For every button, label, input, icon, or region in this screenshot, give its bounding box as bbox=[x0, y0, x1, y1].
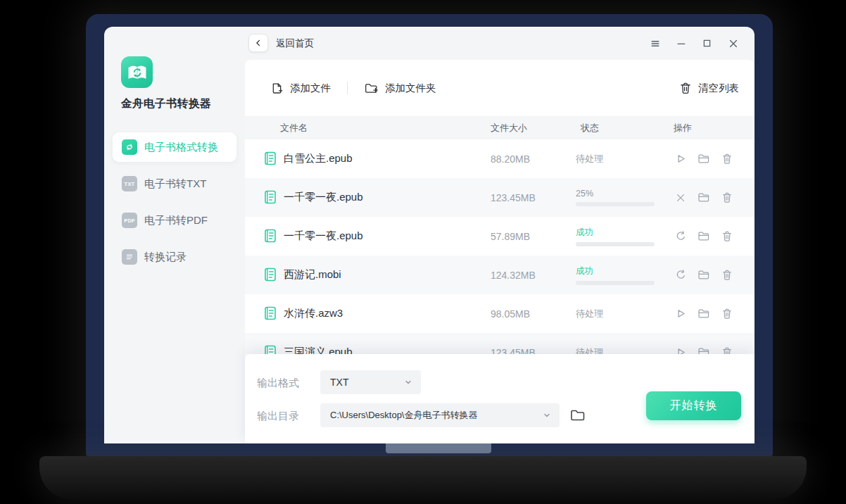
start-convert-button[interactable]: 开始转换 bbox=[646, 391, 741, 420]
folder-icon[interactable] bbox=[697, 269, 710, 282]
window-controls bbox=[649, 27, 739, 60]
status-pending-text: 待处理 bbox=[576, 308, 655, 320]
file-status: 25% bbox=[576, 178, 655, 217]
sidebar-item-ebook-to-pdf[interactable]: PDF 电子书转PDF bbox=[113, 206, 236, 235]
table-row: 白雪公主.epub 88.20MB 待处理 bbox=[245, 139, 755, 178]
app-logo bbox=[121, 56, 153, 88]
trash-icon[interactable] bbox=[721, 153, 733, 165]
file-status: 待处理 bbox=[576, 294, 655, 333]
output-format-value: TXT bbox=[330, 377, 404, 388]
table-row: 西游记.mobi 124.32MB 成功 bbox=[245, 256, 755, 294]
clear-list-label: 清空列表 bbox=[698, 82, 739, 95]
maximize-icon[interactable] bbox=[701, 37, 713, 49]
sidebar-item-ebook-format-convert[interactable]: 电子书格式转换 bbox=[113, 132, 236, 162]
back-button[interactable] bbox=[248, 34, 268, 52]
table-row: 三国演义.epub 123.45MB 待处理 bbox=[245, 333, 755, 354]
add-file-icon bbox=[270, 82, 284, 95]
file-doc-icon bbox=[263, 151, 277, 166]
file-name: 西游记.mobi bbox=[284, 256, 341, 294]
trash-icon bbox=[679, 82, 692, 95]
file-size: 124.32MB bbox=[491, 256, 536, 294]
output-dir-label: 输出目录 bbox=[257, 410, 299, 423]
file-name: 一千零一夜.epub bbox=[284, 178, 363, 217]
trash-icon[interactable] bbox=[721, 230, 733, 243]
trash-icon[interactable] bbox=[721, 191, 733, 204]
file-name: 白雪公主.epub bbox=[284, 139, 353, 178]
output-format-label: 输出格式 bbox=[257, 377, 299, 390]
output-dir-select[interactable]: C:\Users\Desktop\金舟电子书转换器 bbox=[320, 403, 560, 427]
browse-folder-button[interactable] bbox=[568, 405, 588, 425]
folder-icon[interactable] bbox=[697, 153, 710, 165]
sidebar-item-history[interactable]: 转换记录 bbox=[113, 242, 236, 272]
file-name: 一千零一夜.epub bbox=[284, 217, 363, 256]
progress-bar bbox=[576, 202, 655, 206]
chevron-left-icon bbox=[254, 39, 263, 47]
table-row: 一千零一夜.epub 57.89MB 成功 bbox=[245, 217, 755, 256]
txt-book-icon: TXT bbox=[122, 176, 137, 191]
add-folder-button[interactable]: 添加文件夹 bbox=[364, 82, 436, 95]
folder-icon[interactable] bbox=[697, 191, 710, 204]
progress-bar bbox=[576, 281, 655, 285]
chevron-down-icon bbox=[543, 411, 551, 420]
back-home-label: 返回首页 bbox=[276, 27, 314, 60]
file-status: 待处理 bbox=[576, 139, 655, 178]
cancel-icon[interactable] bbox=[674, 191, 687, 204]
row-actions bbox=[674, 294, 733, 333]
content-card: 添加文件 添加文件夹 bbox=[245, 60, 755, 443]
redo-icon[interactable] bbox=[674, 230, 687, 243]
sidebar-item-label: 电子书转PDF bbox=[144, 214, 208, 227]
output-dir-value: C:\Users\Desktop\金舟电子书转换器 bbox=[330, 409, 543, 422]
status-progress-label: 成功 bbox=[576, 227, 655, 239]
sidebar-item-label: 电子书转TXT bbox=[144, 177, 206, 191]
sidebar-item-label: 转换记录 bbox=[144, 251, 187, 264]
file-size: 98.05MB bbox=[491, 294, 530, 333]
toolbar: 添加文件 添加文件夹 bbox=[245, 60, 755, 116]
sidebar-item-ebook-to-txt[interactable]: TXT 电子书转TXT bbox=[113, 169, 236, 199]
file-doc-icon bbox=[263, 189, 277, 205]
status-pending-text: 待处理 bbox=[576, 346, 655, 355]
file-name: 三国演义.epub bbox=[284, 333, 353, 354]
laptop-base bbox=[39, 456, 807, 500]
menu-icon[interactable] bbox=[649, 37, 661, 49]
close-icon[interactable] bbox=[727, 37, 739, 49]
row-actions bbox=[674, 139, 733, 178]
add-folder-label: 添加文件夹 bbox=[385, 82, 436, 95]
file-list: 白雪公主.epub 88.20MB 待处理 一千零一夜.epub 123.45M… bbox=[245, 139, 755, 354]
laptop-hinge-notch bbox=[386, 443, 491, 453]
trash-icon[interactable] bbox=[721, 346, 733, 355]
file-size: 123.45MB bbox=[491, 178, 536, 217]
play-icon[interactable] bbox=[674, 346, 687, 355]
output-panel: 输出格式 TXT 输出目录 C:\Users\Desktop\金舟电子书转换器 bbox=[245, 354, 755, 443]
app-window: 返回首页 bbox=[104, 27, 755, 443]
add-folder-icon bbox=[364, 82, 379, 95]
file-name: 水浒传.azw3 bbox=[284, 294, 343, 333]
file-status: 成功 bbox=[576, 217, 655, 256]
add-file-button[interactable]: 添加文件 bbox=[270, 82, 331, 95]
table-row: 水浒传.azw3 98.05MB 待处理 bbox=[245, 294, 755, 333]
folder-icon[interactable] bbox=[697, 346, 710, 355]
play-icon[interactable] bbox=[674, 153, 687, 165]
folder-icon[interactable] bbox=[697, 308, 710, 320]
redo-icon[interactable] bbox=[674, 269, 687, 282]
folder-icon[interactable] bbox=[697, 230, 710, 243]
progress-bar bbox=[576, 242, 655, 246]
row-actions bbox=[674, 256, 733, 294]
pdf-book-icon: PDF bbox=[122, 213, 137, 228]
laptop-mockup-stage: 返回首页 bbox=[0, 0, 846, 504]
file-doc-icon bbox=[263, 344, 277, 354]
file-size: 123.45MB bbox=[491, 333, 536, 354]
col-status: 状态 bbox=[581, 116, 599, 139]
file-status: 成功 bbox=[576, 256, 655, 294]
trash-icon[interactable] bbox=[721, 269, 733, 282]
output-format-select[interactable]: TXT bbox=[320, 370, 421, 394]
row-actions bbox=[674, 178, 733, 217]
trash-icon[interactable] bbox=[721, 308, 733, 320]
convert-book-icon bbox=[122, 139, 137, 155]
play-icon[interactable] bbox=[674, 308, 687, 320]
status-pending-text: 待处理 bbox=[576, 153, 655, 165]
status-progress-label: 成功 bbox=[576, 265, 655, 277]
clear-list-button[interactable]: 清空列表 bbox=[679, 82, 739, 95]
file-doc-icon bbox=[263, 228, 277, 244]
minimize-icon[interactable] bbox=[675, 37, 687, 49]
app-title: 金舟电子书转换器 bbox=[121, 96, 211, 111]
